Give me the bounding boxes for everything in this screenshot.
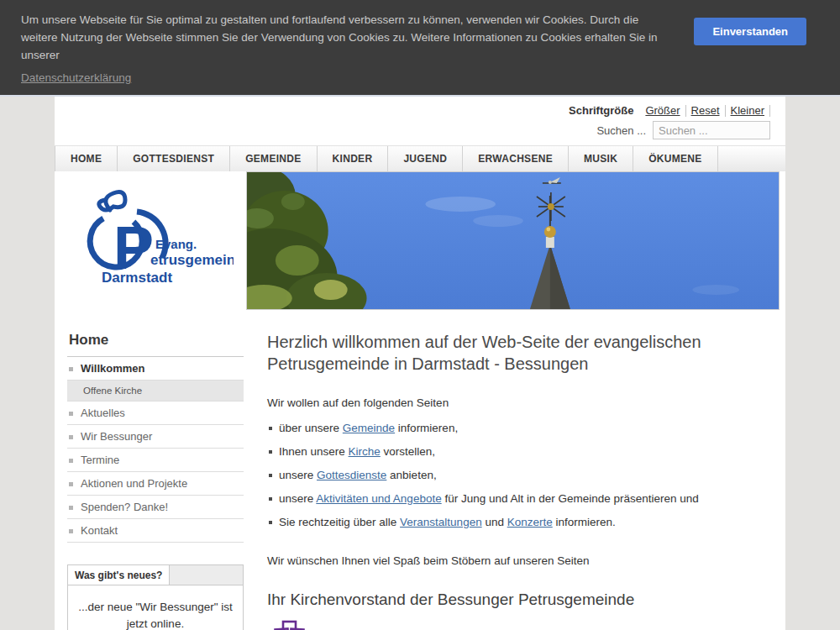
news-box: Was gibt's neues? ...der neue "Wir Bessu…	[67, 564, 244, 630]
nav-item-home[interactable]: HOME	[55, 146, 118, 171]
cookie-accept-button[interactable]: Einverstanden	[694, 18, 806, 45]
sidebar-item-spenden[interactable]: Spenden? Danke!	[67, 496, 244, 519]
ekhn-logo: EVANGELISCHE KIRCHE IN HESSEN UND NASSAU	[267, 620, 773, 630]
nav-item-jugend[interactable]: JUGEND	[388, 146, 463, 171]
gottesdienste-link[interactable]: Gottesdienste	[317, 469, 386, 481]
header-banner: P Evang. etrusgemeinde Darmstadt	[55, 171, 785, 310]
search-input[interactable]	[653, 121, 770, 139]
konzerte-link[interactable]: Konzerte	[507, 516, 553, 528]
font-reset-link[interactable]: Reset	[691, 104, 720, 117]
svg-text:Darmstadt: Darmstadt	[102, 270, 172, 286]
page-title: Herzlich willkommen auf der Web-Seite de…	[267, 332, 773, 375]
nav-item-erwachsene[interactable]: ERWACHSENE	[463, 146, 569, 171]
divider	[685, 105, 686, 117]
font-larger-link[interactable]: Größer	[645, 104, 680, 117]
news-box-body: ...der neue "Wir Bessunger" ist jetzt on…	[68, 585, 243, 630]
nav-item-musik[interactable]: MUSIK	[569, 146, 633, 171]
sidebar-item-aktuelles[interactable]: Aktuelles	[67, 402, 244, 425]
font-size-controls: Schriftgröße Größer Reset Kleiner	[569, 104, 770, 117]
sidebar-menu: Willkommen Offene Kirche Aktuelles Wir B…	[67, 357, 244, 543]
list-item: über unsere Gemeinde informieren,	[267, 421, 773, 435]
cookie-message: Um unsere Webseite für Sie optimal zu ge…	[21, 11, 677, 87]
aktivitaeten-link[interactable]: Aktivitäten und Angebote	[316, 492, 441, 505]
header-photo-church-spire	[246, 171, 780, 310]
search-area: Suchen ...	[596, 121, 770, 139]
nav-item-oekumene[interactable]: ÖKUMENE	[633, 146, 717, 171]
intro-text: Wir wollen auf den folgenden Seiten	[267, 396, 773, 409]
list-item: unsere Aktivitäten und Angebote für Jung…	[267, 491, 773, 506]
sidebar-item-offene-kirche[interactable]: Offene Kirche	[67, 381, 244, 402]
kirchenvorstand-heading: Ihr Kirchenvorstand der Bessunger Petrus…	[267, 591, 773, 609]
search-label: Suchen ...	[596, 124, 646, 137]
petrusgemeinde-logo-icon: P Evang. etrusgemeinde Darmstadt	[78, 178, 234, 304]
news-box-header-filler	[170, 565, 243, 585]
news-text: ...der neue "Wir Bessunger" ist jetzt on…	[75, 599, 236, 630]
nav-item-gottesdienst[interactable]: GOTTESDIENST	[118, 146, 230, 171]
cookie-banner: Um unsere Webseite für Sie optimal zu ge…	[0, 0, 840, 97]
font-size-label: Schriftgröße	[569, 104, 633, 117]
sidebar: Home Willkommen Offene Kirche Aktuelles …	[67, 332, 244, 630]
topbar: Schriftgröße Größer Reset Kleiner Suchen…	[55, 97, 785, 145]
divider	[769, 105, 770, 117]
gemeinde-link[interactable]: Gemeinde	[343, 422, 395, 434]
main-content: Herzlich willkommen auf der Web-Seite de…	[267, 332, 773, 630]
closing-text: Wir wünschen Ihnen viel Spaß beim Stöber…	[267, 554, 773, 567]
list-item: unsere Gottesdienste anbieten,	[267, 468, 773, 482]
nav-item-gemeinde[interactable]: GEMEINDE	[230, 146, 317, 171]
header-photo-illustration	[247, 172, 779, 309]
sidebar-item-aktionen-und-projekte[interactable]: Aktionen und Projekte	[67, 472, 244, 496]
sidebar-item-willkommen[interactable]: Willkommen	[67, 357, 244, 381]
font-smaller-link[interactable]: Kleiner	[731, 104, 764, 117]
sidebar-item-wir-bessunger[interactable]: Wir Bessunger	[67, 425, 244, 449]
list-item: Sie rechtzeitig über alle Veranstaltunge…	[267, 515, 773, 529]
cookie-message-text: Um unsere Webseite für Sie optimal zu ge…	[21, 13, 657, 61]
content-area: Home Willkommen Offene Kirche Aktuelles …	[55, 310, 785, 630]
ekhn-cross-icon	[267, 620, 312, 630]
news-box-title: Was gibt's neues?	[68, 565, 170, 585]
feature-list: über unsere Gemeinde informieren, Ihnen …	[267, 421, 773, 529]
sidebar-item-kontakt[interactable]: Kontakt	[67, 519, 244, 543]
page-wrapper: Schriftgröße Größer Reset Kleiner Suchen…	[55, 97, 785, 630]
svg-text:Evang.: Evang.	[155, 237, 197, 251]
nav-item-kinder[interactable]: KINDER	[318, 146, 389, 171]
divider	[725, 105, 726, 117]
main-navigation: HOME GOTTESDIENST GEMEINDE KINDER JUGEND…	[55, 145, 785, 171]
svg-text:etrusgemeinde: etrusgemeinde	[150, 252, 234, 268]
veranstaltungen-link[interactable]: Veranstaltungen	[400, 516, 482, 528]
sidebar-heading: Home	[67, 332, 244, 357]
church-logo: P Evang. etrusgemeinde Darmstadt	[55, 171, 246, 310]
privacy-policy-link[interactable]: Datenschutzerklärung	[21, 69, 131, 87]
sidebar-item-termine[interactable]: Termine	[67, 449, 244, 472]
list-item: Ihnen unsere Kirche vorstellen,	[267, 444, 773, 459]
news-box-header: Was gibt's neues?	[68, 565, 243, 585]
kirche-link[interactable]: Kirche	[349, 445, 381, 458]
